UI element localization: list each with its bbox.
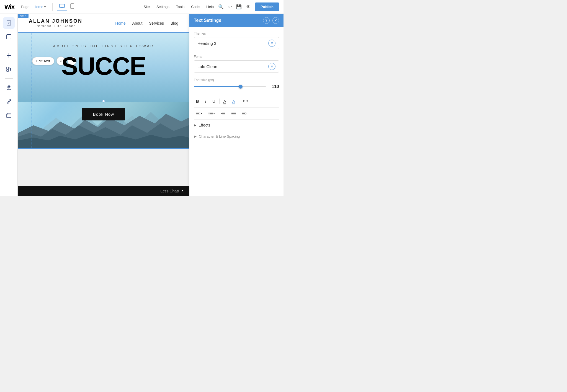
svg-point-38	[209, 112, 210, 113]
sidebar-separator-1	[5, 46, 13, 46]
fonts-value: Lulo Clean	[197, 64, 217, 69]
format-toolbar: B I U A A	[194, 95, 279, 108]
font-size-slider[interactable]	[194, 86, 266, 87]
sidebar-item-add[interactable]	[3, 50, 15, 61]
site-brand: ALLAN JOHNSON Personal Life Coach	[29, 18, 83, 28]
sidebar-item-pages[interactable]	[3, 17, 15, 29]
rtl-button[interactable]	[240, 110, 249, 117]
save-icon[interactable]: 💾	[236, 4, 242, 9]
topbar-icons: 🔍 ↩ 💾 👁	[218, 4, 251, 9]
main-area: Strip ALLAN JOHNSON Personal Life Coach …	[0, 14, 284, 196]
close-panel-button[interactable]: ✕	[272, 17, 279, 24]
bold-button[interactable]: B	[194, 98, 201, 105]
left-sidebar	[0, 14, 18, 196]
undo-icon[interactable]: ↩	[228, 4, 232, 9]
code-menu-item[interactable]: Code	[191, 5, 200, 9]
sidebar-item-upload[interactable]	[3, 82, 15, 94]
font-size-label: Font size (px)	[194, 78, 279, 82]
svg-rect-9	[7, 35, 11, 39]
hero-main-text: SUCCE	[35, 54, 172, 79]
book-now-button[interactable]: Book Now	[82, 108, 125, 120]
text-align-dropdown[interactable]: ▾	[194, 110, 205, 117]
char-spacing-section[interactable]: ▶ Character & Line Spacing	[194, 131, 279, 142]
site-menu-item[interactable]: Site	[143, 5, 150, 9]
sidebar-item-box[interactable]	[3, 31, 15, 43]
text-settings-panel: Text Settings ? ✕ Themes Heading 3 ∨ Fon…	[189, 14, 284, 196]
tools-menu-item[interactable]: Tools	[176, 5, 184, 9]
sidebar-item-apps[interactable]	[3, 63, 15, 75]
font-size-row: 110	[194, 84, 279, 89]
svg-rect-26	[10, 116, 10, 116]
font-color-button[interactable]: A	[221, 98, 228, 105]
panel-header-icons: ? ✕	[263, 17, 279, 24]
chat-bar: Let's Chat! ∧	[18, 186, 189, 196]
topbar: Wix Page: Home ▾ Site Settings Tools Cod…	[0, 0, 284, 14]
svg-point-39	[209, 113, 210, 114]
canvas: Strip ALLAN JOHNSON Personal Life Coach …	[18, 14, 189, 196]
svg-rect-14	[7, 69, 9, 71]
help-menu-item[interactable]: Help	[206, 5, 214, 9]
svg-rect-12	[7, 67, 9, 69]
effects-section[interactable]: ▶ Effects	[194, 119, 279, 131]
italic-button[interactable]: I	[203, 98, 208, 105]
site-nav-services[interactable]: Services	[149, 21, 164, 25]
topbar-divider	[52, 3, 53, 11]
help-panel-button[interactable]: ?	[263, 17, 270, 24]
fonts-chevron-icon: ∨	[268, 63, 275, 70]
publish-button[interactable]: Publish	[255, 2, 279, 11]
svg-rect-7	[8, 23, 10, 23]
zoom-icon[interactable]: 🔍	[218, 4, 224, 9]
svg-rect-1	[61, 7, 63, 8]
page-label: Page:	[21, 5, 30, 9]
preview-icon[interactable]: 👁	[246, 4, 251, 9]
svg-point-4	[72, 8, 73, 8]
list-chevron-icon: ▾	[213, 112, 215, 115]
list-dropdown[interactable]: ▾	[206, 110, 217, 117]
chat-label: Let's Chat!	[161, 189, 179, 193]
topbar-nav: Site Settings Tools Code Help	[143, 5, 214, 9]
sidebar-separator-2	[5, 78, 13, 79]
sidebar-item-bookings[interactable]	[3, 110, 15, 121]
brand-name: ALLAN JOHNSON	[29, 18, 83, 24]
svg-rect-2	[61, 8, 63, 8]
sidebar-item-blog[interactable]	[3, 96, 15, 107]
font-size-section: Font size (px) 110	[194, 78, 279, 89]
align-chevron-icon: ▾	[201, 112, 202, 115]
char-spacing-arrow-icon: ▶	[194, 134, 197, 138]
font-highlight-button[interactable]: A	[230, 98, 237, 105]
svg-rect-25	[9, 116, 9, 116]
desktop-view-button[interactable]	[57, 3, 67, 11]
svg-point-40	[209, 115, 210, 115]
fonts-label: Fonts	[194, 55, 279, 59]
page-name: Home	[34, 5, 43, 9]
site-nav: Home About Services Blog	[115, 21, 178, 25]
svg-rect-6	[8, 22, 10, 22]
format-separator-2	[239, 99, 239, 104]
effects-label: Effects	[199, 123, 210, 127]
font-size-value: 110	[269, 84, 279, 89]
left-dashed-line	[32, 33, 32, 148]
themes-dropdown[interactable]: Heading 3 ∨	[194, 37, 279, 49]
svg-rect-0	[60, 4, 65, 7]
page-selector[interactable]: Page: Home ▾	[19, 4, 48, 10]
indent-button[interactable]	[229, 110, 238, 117]
site-nav-home[interactable]: Home	[115, 21, 125, 25]
site-nav-about[interactable]: About	[132, 21, 143, 25]
settings-menu-item[interactable]: Settings	[156, 5, 169, 9]
outdent-button[interactable]	[219, 110, 228, 117]
panel-header: Text Settings ? ✕	[189, 14, 284, 27]
svg-rect-8	[8, 24, 9, 24]
site-nav-blog[interactable]: Blog	[171, 21, 178, 25]
char-spacing-label: Character & Line Spacing	[199, 134, 240, 138]
site-header: Strip ALLAN JOHNSON Personal Life Coach …	[18, 14, 189, 32]
underline-button[interactable]: U	[210, 98, 218, 105]
align-toolbar: ▾ ▾	[194, 108, 279, 119]
mobile-view-button[interactable]	[68, 2, 76, 12]
slider-thumb[interactable]	[239, 85, 243, 89]
chevron-down-icon: ▾	[44, 5, 46, 8]
link-button[interactable]	[241, 98, 250, 105]
fonts-dropdown[interactable]: Lulo Clean ∨	[194, 60, 279, 73]
topbar-divider-2	[81, 3, 81, 11]
strip-label: Strip	[18, 14, 29, 18]
selection-handle	[102, 100, 105, 102]
